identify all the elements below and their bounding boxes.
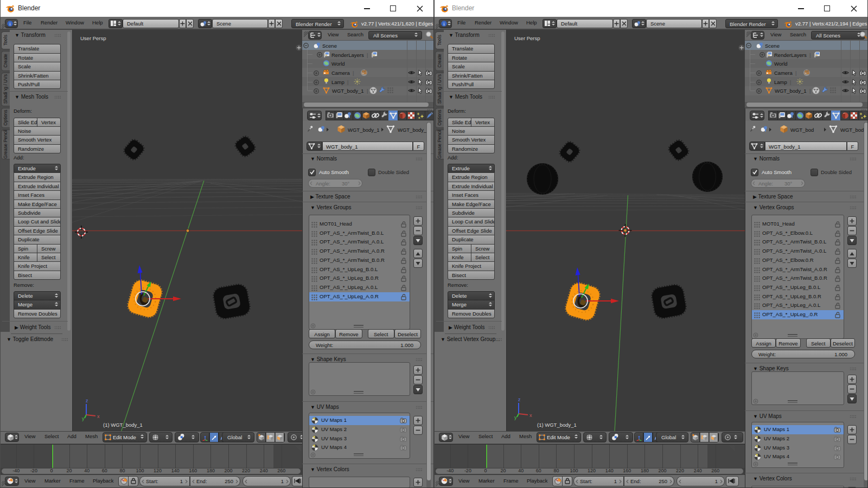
svg-text:y: y — [514, 415, 517, 420]
svg-text:z: z — [86, 398, 88, 403]
svg-text:y: y — [82, 416, 85, 421]
svg-text:x: x — [97, 414, 100, 419]
svg-text:z: z — [518, 397, 521, 402]
svg-text:x: x — [529, 413, 532, 418]
